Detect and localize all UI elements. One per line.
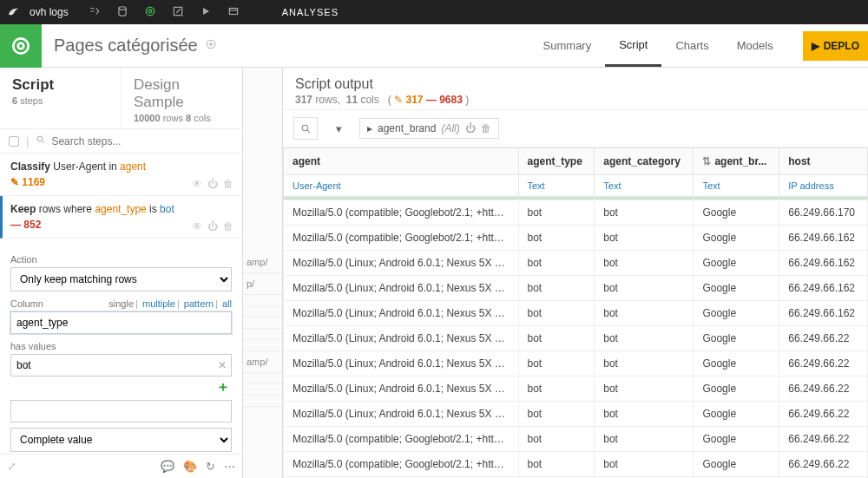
cell[interactable]: 66.249.66.170 bbox=[779, 200, 868, 226]
sample-heading[interactable]: Design Sample bbox=[134, 76, 230, 111]
cell[interactable]: bot bbox=[595, 402, 694, 427]
cell[interactable]: bot bbox=[595, 276, 694, 301]
col-agent-category[interactable]: agent_category bbox=[595, 148, 694, 175]
cell[interactable]: Google bbox=[694, 251, 779, 276]
table-row[interactable]: Mozilla/5.0 (compatible; Googlebot/2.1; … bbox=[284, 452, 868, 477]
cell[interactable]: 66.249.66.162 bbox=[779, 226, 868, 251]
cell[interactable]: bot bbox=[518, 251, 595, 276]
cell[interactable]: Google bbox=[694, 301, 779, 326]
cell[interactable]: bot bbox=[595, 351, 694, 377]
cell[interactable]: Google bbox=[694, 351, 779, 377]
eye-icon[interactable]: 👁 bbox=[192, 220, 202, 232]
tab-charts[interactable]: Charts bbox=[661, 24, 722, 67]
col-agent[interactable]: agent bbox=[284, 148, 519, 175]
flow-icon[interactable] bbox=[86, 5, 103, 20]
cell[interactable]: 66.249.66.22 bbox=[779, 377, 868, 402]
table-row[interactable]: Mozilla/5.0 (compatible; Googlebot/2.1; … bbox=[284, 200, 868, 226]
cell[interactable]: 66.249.66.22 bbox=[779, 452, 868, 477]
chip-trash-icon[interactable]: 🗑 bbox=[481, 122, 491, 134]
cell[interactable]: bot bbox=[518, 402, 595, 427]
cell[interactable]: Google bbox=[694, 377, 779, 402]
table-row[interactable]: Mozilla/5.0 (Linux; Android 6.0.1; Nexus… bbox=[284, 276, 868, 301]
cell[interactable]: Mozilla/5.0 (compatible; Googlebot/2.1; … bbox=[284, 200, 519, 226]
recipes-icon[interactable] bbox=[141, 5, 159, 20]
cell[interactable]: bot bbox=[518, 301, 595, 326]
dashboard-icon[interactable] bbox=[225, 5, 242, 20]
link-pattern[interactable]: pattern bbox=[184, 298, 214, 309]
cell[interactable]: Mozilla/5.0 (Linux; Android 6.0.1; Nexus… bbox=[284, 377, 519, 402]
tab-models[interactable]: Models bbox=[723, 24, 787, 67]
filter-chip-agent-brand[interactable]: ▸ agent_brand (All) ⏻ 🗑 bbox=[359, 118, 499, 139]
deploy-button[interactable]: ▶ DEPLO bbox=[803, 31, 868, 61]
column-input[interactable] bbox=[10, 311, 232, 334]
comment-icon[interactable]: 💬 bbox=[161, 460, 174, 473]
cell[interactable]: Google bbox=[694, 276, 779, 301]
data-grid[interactable]: agent agent_type agent_category ⇅agent_b… bbox=[283, 147, 868, 478]
col-agent-brand[interactable]: ⇅agent_br... bbox=[694, 148, 779, 175]
cell[interactable]: bot bbox=[518, 226, 595, 251]
value-input[interactable] bbox=[10, 354, 232, 377]
action-select[interactable]: Only keep matching rows bbox=[10, 267, 232, 291]
power-icon[interactable]: ⏻ bbox=[207, 178, 218, 190]
table-row[interactable]: Mozilla/5.0 (compatible; Googlebot/2.1; … bbox=[284, 427, 868, 452]
cell[interactable]: bot bbox=[518, 351, 595, 377]
search-steps-input[interactable] bbox=[51, 135, 233, 147]
col-agent-type[interactable]: agent_type bbox=[518, 148, 595, 175]
cell[interactable]: Mozilla/5.0 (compatible; Googlebot/2.1; … bbox=[284, 226, 519, 251]
cell[interactable]: bot bbox=[595, 200, 694, 226]
project-name[interactable]: ovh logs bbox=[30, 6, 69, 18]
col-host[interactable]: host bbox=[779, 148, 868, 175]
table-row[interactable]: Mozilla/5.0 (Linux; Android 6.0.1; Nexus… bbox=[284, 377, 868, 402]
cell[interactable]: bot bbox=[595, 452, 694, 477]
cell[interactable]: 66.249.66.22 bbox=[779, 326, 868, 351]
add-value-button[interactable]: ＋ bbox=[10, 378, 230, 396]
cell[interactable]: 66.249.66.162 bbox=[779, 251, 868, 276]
cell[interactable]: bot bbox=[595, 301, 694, 326]
match-select[interactable]: Complete value bbox=[10, 428, 232, 452]
cell[interactable]: Google bbox=[694, 226, 779, 251]
filter-dropdown-icon[interactable]: ▾ bbox=[326, 117, 351, 140]
grid-search-button[interactable] bbox=[293, 117, 318, 140]
cell[interactable]: Mozilla/5.0 (Linux; Android 6.0.1; Nexus… bbox=[284, 326, 519, 351]
table-row[interactable]: Mozilla/5.0 (Linux; Android 6.0.1; Nexus… bbox=[284, 326, 868, 351]
more-icon[interactable]: ⋯ bbox=[224, 460, 235, 473]
cell[interactable]: Google bbox=[694, 402, 779, 427]
cell[interactable]: Mozilla/5.0 (Linux; Android 6.0.1; Nexus… bbox=[284, 251, 519, 276]
cell[interactable]: Mozilla/5.0 (Linux; Android 6.0.1; Nexus… bbox=[284, 301, 519, 326]
cell[interactable]: Google bbox=[694, 427, 779, 452]
run-icon[interactable] bbox=[197, 5, 214, 20]
select-all-checkbox[interactable] bbox=[9, 136, 19, 147]
value-input-empty[interactable] bbox=[10, 400, 232, 422]
cell[interactable]: bot bbox=[518, 200, 595, 226]
cell[interactable]: Mozilla/5.0 (Linux; Android 6.0.1; Nexus… bbox=[284, 402, 519, 427]
tab-script[interactable]: Script bbox=[605, 24, 661, 67]
link-all[interactable]: all bbox=[222, 298, 232, 309]
cell[interactable]: bot bbox=[518, 452, 595, 477]
expand-icon[interactable]: ⤢ bbox=[7, 460, 16, 473]
cell[interactable]: bot bbox=[518, 427, 595, 452]
power-icon[interactable]: ⏻ bbox=[207, 220, 218, 232]
step-keep[interactable]: Keep rows where agent_type is bot — 852 … bbox=[0, 196, 242, 239]
cell[interactable]: 66.249.66.162 bbox=[779, 301, 868, 326]
cell[interactable]: 66.249.66.22 bbox=[779, 402, 868, 427]
cell[interactable]: Mozilla/5.0 (Linux; Android 6.0.1; Nexus… bbox=[284, 276, 519, 301]
cell[interactable]: bot bbox=[595, 427, 694, 452]
cell[interactable]: Mozilla/5.0 (compatible; Googlebot/2.1; … bbox=[284, 427, 519, 452]
title-target-icon[interactable] bbox=[205, 38, 217, 53]
clear-value-icon[interactable]: ✕ bbox=[218, 359, 227, 371]
cell[interactable]: bot bbox=[518, 276, 595, 301]
link-multiple[interactable]: multiple bbox=[142, 298, 175, 309]
edit-icon[interactable] bbox=[169, 5, 187, 20]
datasets-icon[interactable] bbox=[114, 5, 131, 20]
chip-power-icon[interactable]: ⏻ bbox=[465, 122, 476, 134]
cell[interactable]: bot bbox=[595, 377, 694, 402]
cell[interactable]: 66.249.66.22 bbox=[779, 427, 868, 452]
cell[interactable]: bot bbox=[518, 377, 595, 402]
cell[interactable]: Mozilla/5.0 (Linux; Android 6.0.1; Nexus… bbox=[284, 351, 519, 377]
table-row[interactable]: Mozilla/5.0 (Linux; Android 6.0.1; Nexus… bbox=[284, 301, 868, 326]
cell[interactable]: bot bbox=[595, 251, 694, 276]
cell[interactable]: Mozilla/5.0 (compatible; Googlebot/2.1; … bbox=[284, 452, 519, 477]
link-single[interactable]: single bbox=[108, 298, 134, 309]
cell[interactable]: 66.249.66.22 bbox=[779, 351, 868, 377]
table-row[interactable]: Mozilla/5.0 (Linux; Android 6.0.1; Nexus… bbox=[284, 251, 868, 276]
